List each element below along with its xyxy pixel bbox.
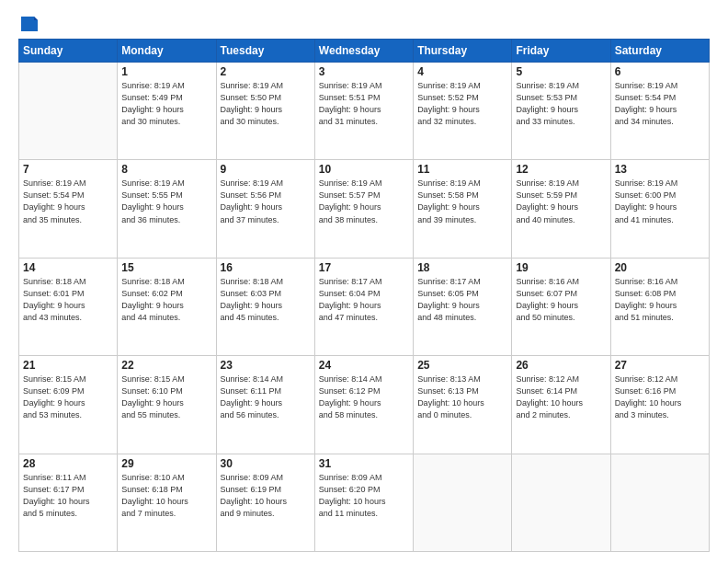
day-number: 27: [615, 359, 705, 372]
day-number: 20: [615, 261, 705, 274]
calendar-cell: 20Sunrise: 8:16 AM Sunset: 6:08 PM Dayli…: [610, 258, 709, 355]
day-number: 25: [417, 359, 507, 372]
day-info: Sunrise: 8:09 AM Sunset: 6:19 PM Dayligh…: [221, 472, 311, 520]
day-info: Sunrise: 8:19 AM Sunset: 5:54 PM Dayligh…: [23, 178, 113, 225]
day-info: Sunrise: 8:19 AM Sunset: 5:50 PM Dayligh…: [221, 80, 311, 128]
calendar-cell: [414, 454, 512, 551]
calendar-header-row: SundayMondayTuesdayWednesdayThursdayFrid…: [19, 40, 710, 63]
day-info: Sunrise: 8:19 AM Sunset: 5:55 PM Dayligh…: [121, 178, 211, 225]
week-row-1: 1Sunrise: 8:19 AM Sunset: 5:49 PM Daylig…: [19, 63, 710, 160]
day-info: Sunrise: 8:13 AM Sunset: 6:13 PM Dayligh…: [417, 373, 507, 421]
day-number: 4: [417, 65, 507, 78]
calendar-cell: 23Sunrise: 8:14 AM Sunset: 6:11 PM Dayli…: [216, 356, 314, 454]
col-header-wednesday: Wednesday: [314, 40, 413, 63]
day-info: Sunrise: 8:19 AM Sunset: 5:52 PM Dayligh…: [417, 80, 507, 128]
day-info: Sunrise: 8:16 AM Sunset: 6:07 PM Dayligh…: [516, 276, 606, 324]
calendar-cell: 6Sunrise: 8:19 AM Sunset: 5:54 PM Daylig…: [610, 63, 709, 160]
day-number: 22: [121, 359, 211, 372]
week-row-2: 7Sunrise: 8:19 AM Sunset: 5:54 PM Daylig…: [19, 160, 710, 258]
calendar-cell: 1Sunrise: 8:19 AM Sunset: 5:49 PM Daylig…: [118, 63, 216, 160]
col-header-tuesday: Tuesday: [216, 40, 314, 63]
day-number: 8: [121, 163, 211, 176]
day-number: 30: [221, 457, 311, 470]
calendar-cell: 22Sunrise: 8:15 AM Sunset: 6:10 PM Dayli…: [118, 356, 216, 454]
day-number: 21: [23, 359, 113, 372]
week-row-4: 21Sunrise: 8:15 AM Sunset: 6:09 PM Dayli…: [19, 356, 710, 454]
calendar-cell: 31Sunrise: 8:09 AM Sunset: 6:20 PM Dayli…: [314, 454, 413, 551]
day-info: Sunrise: 8:16 AM Sunset: 6:08 PM Dayligh…: [615, 276, 705, 324]
day-number: 26: [516, 359, 606, 372]
day-info: Sunrise: 8:19 AM Sunset: 5:56 PM Dayligh…: [221, 178, 311, 225]
calendar-cell: 8Sunrise: 8:19 AM Sunset: 5:55 PM Daylig…: [118, 160, 216, 258]
day-number: 28: [23, 457, 113, 470]
day-info: Sunrise: 8:11 AM Sunset: 6:17 PM Dayligh…: [23, 472, 113, 520]
calendar-cell: 15Sunrise: 8:18 AM Sunset: 6:02 PM Dayli…: [118, 258, 216, 355]
day-number: 16: [221, 261, 311, 274]
day-info: Sunrise: 8:18 AM Sunset: 6:02 PM Dayligh…: [121, 276, 211, 324]
calendar-cell: 7Sunrise: 8:19 AM Sunset: 5:54 PM Daylig…: [19, 160, 118, 258]
day-info: Sunrise: 8:15 AM Sunset: 6:09 PM Dayligh…: [23, 373, 113, 421]
day-number: 18: [417, 261, 507, 274]
svg-marker-1: [34, 17, 38, 20]
day-info: Sunrise: 8:19 AM Sunset: 5:53 PM Dayligh…: [516, 80, 606, 128]
day-number: 2: [221, 65, 311, 78]
day-info: Sunrise: 8:19 AM Sunset: 6:00 PM Dayligh…: [615, 178, 705, 225]
day-number: 24: [319, 359, 409, 372]
day-info: Sunrise: 8:14 AM Sunset: 6:12 PM Dayligh…: [319, 373, 409, 421]
col-header-thursday: Thursday: [414, 40, 512, 63]
day-number: 17: [319, 261, 409, 274]
day-number: 31: [319, 457, 409, 470]
week-row-3: 14Sunrise: 8:18 AM Sunset: 6:01 PM Dayli…: [19, 258, 710, 355]
day-number: 6: [615, 65, 705, 78]
col-header-sunday: Sunday: [19, 40, 118, 63]
day-info: Sunrise: 8:14 AM Sunset: 6:11 PM Dayligh…: [221, 373, 311, 421]
header: [18, 15, 710, 29]
day-info: Sunrise: 8:19 AM Sunset: 5:54 PM Dayligh…: [615, 80, 705, 128]
day-info: Sunrise: 8:19 AM Sunset: 5:49 PM Dayligh…: [121, 80, 211, 128]
day-info: Sunrise: 8:19 AM Sunset: 5:58 PM Dayligh…: [417, 178, 507, 225]
calendar-cell: 25Sunrise: 8:13 AM Sunset: 6:13 PM Dayli…: [414, 356, 512, 454]
day-info: Sunrise: 8:12 AM Sunset: 6:16 PM Dayligh…: [615, 373, 705, 421]
day-number: 14: [23, 261, 113, 274]
calendar-cell: 3Sunrise: 8:19 AM Sunset: 5:51 PM Daylig…: [314, 63, 413, 160]
day-info: Sunrise: 8:18 AM Sunset: 6:03 PM Dayligh…: [221, 276, 311, 324]
calendar-cell: 14Sunrise: 8:18 AM Sunset: 6:01 PM Dayli…: [19, 258, 118, 355]
day-number: 23: [221, 359, 311, 372]
calendar-cell: 26Sunrise: 8:12 AM Sunset: 6:14 PM Dayli…: [512, 356, 610, 454]
day-info: Sunrise: 8:09 AM Sunset: 6:20 PM Dayligh…: [319, 472, 409, 520]
day-number: 29: [121, 457, 211, 470]
calendar-cell: 18Sunrise: 8:17 AM Sunset: 6:05 PM Dayli…: [414, 258, 512, 355]
day-info: Sunrise: 8:12 AM Sunset: 6:14 PM Dayligh…: [516, 373, 606, 421]
day-info: Sunrise: 8:18 AM Sunset: 6:01 PM Dayligh…: [23, 276, 113, 324]
day-info: Sunrise: 8:19 AM Sunset: 5:57 PM Dayligh…: [319, 178, 409, 225]
logo-icon: [19, 13, 40, 33]
calendar-cell: 30Sunrise: 8:09 AM Sunset: 6:19 PM Dayli…: [216, 454, 314, 551]
calendar-cell: 11Sunrise: 8:19 AM Sunset: 5:58 PM Dayli…: [414, 160, 512, 258]
calendar-cell: 10Sunrise: 8:19 AM Sunset: 5:57 PM Dayli…: [314, 160, 413, 258]
logo: [18, 15, 40, 29]
calendar: SundayMondayTuesdayWednesdayThursdayFrid…: [18, 39, 710, 552]
day-number: 15: [121, 261, 211, 274]
calendar-cell: [512, 454, 610, 551]
page: SundayMondayTuesdayWednesdayThursdayFrid…: [0, 0, 728, 563]
day-info: Sunrise: 8:19 AM Sunset: 5:59 PM Dayligh…: [516, 178, 606, 225]
week-row-5: 28Sunrise: 8:11 AM Sunset: 6:17 PM Dayli…: [19, 454, 710, 551]
calendar-cell: [19, 63, 118, 160]
calendar-cell: 16Sunrise: 8:18 AM Sunset: 6:03 PM Dayli…: [216, 258, 314, 355]
calendar-cell: 28Sunrise: 8:11 AM Sunset: 6:17 PM Dayli…: [19, 454, 118, 551]
calendar-cell: 17Sunrise: 8:17 AM Sunset: 6:04 PM Dayli…: [314, 258, 413, 355]
col-header-friday: Friday: [512, 40, 610, 63]
day-number: 12: [516, 163, 606, 176]
day-info: Sunrise: 8:19 AM Sunset: 5:51 PM Dayligh…: [319, 80, 409, 128]
calendar-cell: 9Sunrise: 8:19 AM Sunset: 5:56 PM Daylig…: [216, 160, 314, 258]
day-number: 3: [319, 65, 409, 78]
calendar-cell: 12Sunrise: 8:19 AM Sunset: 5:59 PM Dayli…: [512, 160, 610, 258]
calendar-cell: 19Sunrise: 8:16 AM Sunset: 6:07 PM Dayli…: [512, 258, 610, 355]
day-info: Sunrise: 8:15 AM Sunset: 6:10 PM Dayligh…: [121, 373, 211, 421]
calendar-cell: 2Sunrise: 8:19 AM Sunset: 5:50 PM Daylig…: [216, 63, 314, 160]
calendar-cell: 27Sunrise: 8:12 AM Sunset: 6:16 PM Dayli…: [610, 356, 709, 454]
day-number: 10: [319, 163, 409, 176]
calendar-cell: 5Sunrise: 8:19 AM Sunset: 5:53 PM Daylig…: [512, 63, 610, 160]
calendar-cell: 13Sunrise: 8:19 AM Sunset: 6:00 PM Dayli…: [610, 160, 709, 258]
day-info: Sunrise: 8:10 AM Sunset: 6:18 PM Dayligh…: [121, 472, 211, 520]
